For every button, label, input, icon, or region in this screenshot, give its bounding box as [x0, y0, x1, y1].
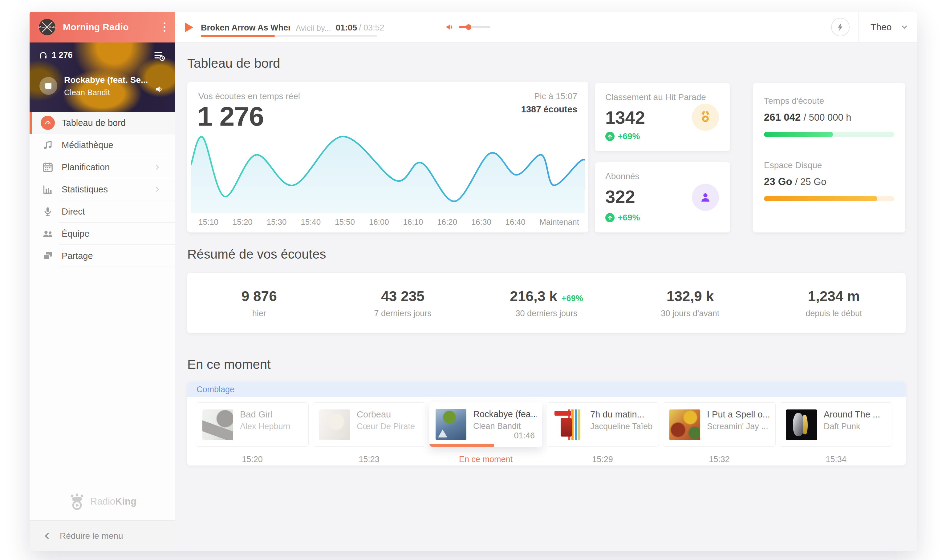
- peak-label: Pic à 15:07: [521, 91, 577, 101]
- arrow-up-circle-icon: [605, 132, 615, 141]
- quotas-card: Temps d'écoute 261 042 / 500 000 h Espac…: [753, 83, 905, 232]
- arrow-up-circle-icon: [605, 213, 615, 222]
- chart-x-axis: 15:10 15:20 15:30 15:40 15:50 16:00 16:1…: [199, 217, 579, 227]
- track-card-current[interactable]: Rockabye (fea... Clean Bandit 01:46: [430, 402, 542, 447]
- sidebar-item-statistiques[interactable]: Statistiques: [29, 178, 175, 200]
- chevron-down-icon: [900, 23, 909, 31]
- listening-time-label: Temps d'écoute: [764, 96, 894, 106]
- x-tick: 16:10: [403, 217, 423, 227]
- calendar-icon: [41, 160, 55, 174]
- sidebar: Morning Radio Morning Radio 1 276: [29, 12, 175, 551]
- stat-30-days-delta: +69%: [562, 294, 583, 303]
- microphone-icon: [41, 205, 55, 218]
- tracks-row: Bad Girl Alex Hepburn 15:20 Corbeau Cœur…: [187, 397, 906, 464]
- stat-since-start: 1,234 m depuis le début: [762, 288, 906, 318]
- disk-space-label: Espace Disque: [764, 160, 894, 170]
- track-time: 15:32: [663, 455, 776, 464]
- bar-chart-icon: [41, 182, 55, 197]
- player-time-current: 01:05: [336, 23, 357, 32]
- sidebar-item-label: Planification: [62, 162, 153, 172]
- boost-button[interactable]: [831, 18, 850, 36]
- chevron-right-icon: [153, 185, 162, 193]
- album-art: [669, 409, 700, 440]
- listening-time-value: 261 042: [764, 111, 801, 123]
- subscribers-card: Abonnés 322 +69%: [595, 162, 730, 232]
- hit-parade-delta: +69%: [618, 131, 640, 141]
- realtime-value: 1 276: [197, 101, 264, 132]
- svg-text:Morning Radio: Morning Radio: [38, 26, 56, 29]
- track-card[interactable]: I Put a Spell o... Screamin' Jay ...: [663, 402, 776, 447]
- collapse-menu-label: Réduire le menu: [60, 531, 123, 541]
- hit-parade-value: 1342: [605, 107, 645, 128]
- album-art: [319, 409, 350, 440]
- sidebar-item-label: Tableau de bord: [62, 118, 175, 128]
- track-card[interactable]: Around The ... Daft Punk: [780, 402, 892, 447]
- headphones-icon: [38, 51, 48, 60]
- track-time: 15:34: [780, 455, 892, 464]
- now-playing-panel: Comblage Bad Girl Alex Hepburn 15:20 Cor…: [187, 382, 906, 466]
- x-tick: 15:20: [233, 217, 253, 227]
- x-tick: Maintenant: [539, 217, 579, 227]
- sidebar-item-equipe[interactable]: Équipe: [29, 223, 175, 245]
- track-elapsed: 01:46: [514, 431, 535, 440]
- player-progress-fill: [201, 35, 275, 37]
- x-tick: 15:40: [300, 217, 320, 227]
- disk-space-bar: [764, 196, 894, 202]
- sidebar-item-planification[interactable]: Planification: [29, 156, 175, 178]
- hit-parade-label: Classement au Hit Parade: [605, 92, 706, 102]
- queue-button[interactable]: [153, 50, 166, 62]
- chevron-right-icon: [153, 163, 162, 171]
- peak-value: 1387 écoutes: [521, 105, 577, 114]
- mute-button[interactable]: [154, 85, 165, 94]
- player-track-title: Broken Arrow As Where...: [201, 23, 290, 32]
- disk-progress-fill: [764, 196, 877, 202]
- player-progress-bar[interactable]: [201, 35, 377, 37]
- chevron-left-icon: [43, 532, 51, 540]
- track-time: 15:20: [196, 455, 309, 464]
- sidebar-item-label: Direct: [62, 206, 175, 217]
- track-time: 15:29: [546, 455, 659, 464]
- x-tick: 16:30: [471, 217, 491, 227]
- volume-mute-button[interactable]: [445, 22, 455, 32]
- summary-card: 9 876 hier 43 235 7 derniers jours 216,3…: [187, 273, 906, 333]
- disk-space-value: 23 Go: [764, 176, 792, 187]
- stat-30-days-before: 132,9 k 30 jours d'avant: [618, 288, 762, 318]
- stop-button[interactable]: [39, 77, 57, 95]
- track-time: 15:23: [313, 455, 425, 464]
- x-tick: 16:40: [505, 217, 525, 227]
- filler-strip: Comblage: [187, 382, 906, 397]
- main-content: Tableau de bord Vos écoutes en temps rée…: [175, 43, 917, 551]
- stat-7-days: 43 235 7 derniers jours: [331, 288, 475, 318]
- station-menu-button[interactable]: [158, 23, 171, 32]
- app-window: Morning Radio Morning Radio 1 276: [29, 12, 917, 551]
- player-track-artist: Avicii by...: [296, 23, 333, 33]
- track-time-current: En ce moment: [430, 455, 542, 464]
- subscribers-label: Abonnés: [605, 171, 639, 182]
- subscribers-delta: +69%: [618, 213, 640, 223]
- sidebar-item-direct[interactable]: Direct: [29, 200, 175, 223]
- listeners-count: 1 276: [52, 51, 73, 60]
- track-card[interactable]: Bad Girl Alex Hepburn: [196, 402, 309, 447]
- x-tick: 16:00: [369, 217, 389, 227]
- play-button[interactable]: [185, 23, 193, 32]
- volume-knob[interactable]: [466, 24, 471, 30]
- now-playing-artist: Clean Bandit: [64, 88, 148, 97]
- track-card[interactable]: 7h du matin... Jacqueline Taïeb: [546, 402, 659, 447]
- volume-slider[interactable]: [459, 26, 490, 28]
- collapse-menu-button[interactable]: Réduire le menu: [29, 520, 175, 551]
- user-menu[interactable]: Theo: [871, 12, 909, 43]
- now-playing-title: Rockabye (feat. Se...: [64, 75, 148, 85]
- sidebar-item-mediatheque[interactable]: Médiathèque: [29, 134, 175, 156]
- speaker-icon: [154, 85, 165, 94]
- sidebar-item-label: Statistiques: [62, 185, 153, 195]
- sidebar-nav: Tableau de bord Médiathèque: [29, 112, 175, 267]
- x-tick: 15:30: [267, 217, 287, 227]
- sidebar-item-partage[interactable]: Partage: [29, 245, 175, 267]
- share-icon: [41, 249, 55, 263]
- sidebar-item-tableau-de-bord[interactable]: Tableau de bord: [29, 112, 175, 134]
- track-card[interactable]: Corbeau Cœur De Pirate: [313, 402, 425, 447]
- x-tick: 16:20: [437, 217, 457, 227]
- brand-radio: Radio: [90, 496, 115, 507]
- track-progress-fill: [430, 444, 494, 447]
- dashboard-icon: [41, 116, 55, 130]
